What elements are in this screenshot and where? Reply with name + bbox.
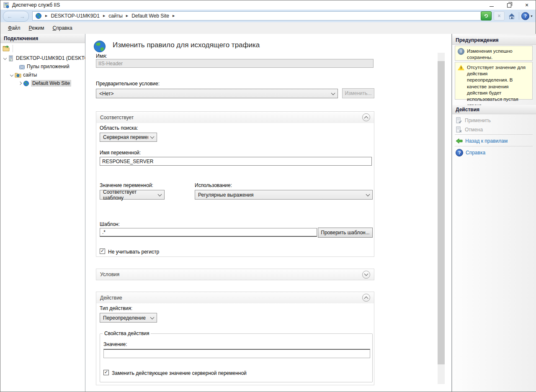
- replace-existing-label: Заменить действующее значение серверной …: [112, 370, 247, 376]
- action-section-title: Действие: [100, 295, 122, 301]
- action-value-label: Значение:: [103, 341, 127, 347]
- actions-header: Действия: [452, 105, 536, 114]
- close-button[interactable]: ×: [518, 0, 536, 10]
- connections-panel: Подключения DESKTOP-U1MK9D1 (DESKTOP: [0, 34, 85, 392]
- save-connection-icon[interactable]: [3, 45, 10, 52]
- chevron-down-icon: [150, 135, 155, 139]
- tree-item-sites[interactable]: сайты: [0, 71, 85, 79]
- warning-icon: [458, 64, 464, 71]
- pattern-label: Шаблон:: [100, 221, 120, 227]
- variable-name-label: Имя переменной:: [100, 150, 141, 156]
- scrollbar-thumb[interactable]: [438, 61, 445, 364]
- action-type-select[interactable]: Переопределение: [100, 313, 157, 323]
- action-section: Действие Тип действия: Переопределение С…: [96, 292, 374, 385]
- iis-manager-window: Диспетчер служб IIS × ← → ▶ DESKTOP-U1MK…: [0, 0, 536, 392]
- app-pools-icon: [19, 64, 25, 70]
- back-arrow-icon: [456, 138, 463, 144]
- tree-item-label: Default Web Site: [31, 80, 71, 87]
- sites-folder-icon: [15, 72, 21, 78]
- action-properties-legend: Свойства действия: [103, 331, 151, 336]
- restore-button[interactable]: [500, 0, 518, 10]
- back-to-rules-link[interactable]: Назад к правилам: [456, 138, 508, 144]
- help-link[interactable]: ? Справка: [456, 149, 485, 156]
- action-value-input[interactable]: [103, 349, 370, 358]
- test-pattern-button[interactable]: Проверить шаблон...: [318, 228, 373, 238]
- refresh-icon[interactable]: [481, 11, 492, 20]
- tree-item-default-web-site[interactable]: Default Web Site: [0, 79, 85, 87]
- pattern-input[interactable]: [100, 228, 317, 237]
- cancel-action: Отмена: [456, 126, 483, 133]
- chevron-down-icon[interactable]: [3, 56, 7, 60]
- breadcrumb-item-site[interactable]: Default Web Site: [131, 13, 169, 19]
- variable-value-select[interactable]: Соответствует шаблону: [100, 190, 165, 200]
- precondition-label: Предварительное условие:: [96, 81, 160, 87]
- help-icon: ?: [456, 149, 463, 156]
- ignore-case-checkbox[interactable]: [100, 249, 105, 254]
- expand-conditions-button[interactable]: [362, 271, 370, 279]
- conditions-section: Условия: [96, 269, 374, 280]
- apply-action: Применить: [456, 117, 491, 124]
- variable-name-input[interactable]: [100, 157, 372, 166]
- alerts-header: Предупреждения: [452, 36, 536, 45]
- scroll-down-button[interactable]: [438, 377, 445, 384]
- using-label: Использование:: [195, 182, 232, 188]
- help-menu-button[interactable]: ? ▼: [521, 12, 533, 20]
- breadcrumb-separator-icon: ▶: [103, 14, 105, 18]
- server-icon: [8, 55, 14, 61]
- edit-outbound-rule-page: Изменить правило для исходящего трафика …: [86, 34, 452, 392]
- tree-item-server[interactable]: DESKTOP-U1MK9D1 (DESKTOP: [0, 54, 85, 62]
- info-alert: i Изменения успешно сохранены.: [455, 46, 533, 61]
- breadcrumb-separator-icon: ▶: [173, 14, 175, 18]
- menu-help[interactable]: Справка: [49, 23, 77, 33]
- forward-icon[interactable]: →: [20, 13, 25, 20]
- chevron-down-icon[interactable]: [10, 73, 13, 77]
- using-select[interactable]: Регулярные выражения: [195, 190, 373, 200]
- address-bar: ← → ▶ DESKTOP-U1MK9D1 ▶ сайты ▶ Default …: [0, 10, 536, 23]
- connections-tree: DESKTOP-U1MK9D1 (DESKTOP Пулы приложений…: [0, 54, 85, 87]
- menu-bar: Файл Режим Справка: [0, 22, 536, 34]
- window-title: Диспетчер служб IIS: [12, 2, 60, 8]
- title-bar: Диспетчер служб IIS ×: [0, 0, 536, 10]
- right-panel: Предупреждения i Изменения успешно сохра…: [452, 34, 536, 392]
- replace-existing-checkbox[interactable]: [103, 370, 109, 375]
- chevron-right-icon[interactable]: [18, 82, 22, 85]
- name-label: Имя:: [96, 53, 107, 59]
- apply-icon: [456, 117, 462, 124]
- conditions-section-title: Условия: [100, 272, 119, 277]
- precondition-select[interactable]: <Нет>: [96, 89, 338, 98]
- warning-alert-text: Отсутствует значение для действия переоп…: [467, 64, 530, 97]
- iis-logo-icon: [3, 2, 10, 8]
- connections-header: Подключения: [0, 34, 85, 43]
- chevron-down-icon: [150, 315, 155, 319]
- ignore-case-label: Не учитывать регистр: [108, 249, 159, 255]
- minimize-button[interactable]: [483, 0, 500, 10]
- action-type-label: Тип действия:: [100, 305, 132, 311]
- scope-select[interactable]: Серверная переменн: [100, 133, 157, 142]
- tree-item-app-pools[interactable]: Пулы приложений: [0, 62, 85, 71]
- page-title: Изменить правило для исходящего трафика: [113, 41, 260, 49]
- main-scrollbar[interactable]: [438, 53, 445, 384]
- help-icon: ?: [521, 12, 529, 20]
- warning-alert: Отсутствует значение для действия переоп…: [455, 62, 533, 100]
- scroll-up-button[interactable]: [438, 53, 445, 60]
- collapse-match-button[interactable]: [362, 113, 370, 121]
- stop-icon: ×: [494, 11, 505, 20]
- back-icon[interactable]: ←: [7, 13, 13, 20]
- collapse-action-button[interactable]: [362, 294, 370, 302]
- chevron-up-icon: [364, 116, 368, 120]
- breadcrumb[interactable]: ▶ DESKTOP-U1MK9D1 ▶ сайты ▶ Default Web …: [32, 11, 484, 20]
- match-section: Соответствует Область поиска: Серверная …: [96, 111, 374, 257]
- site-globe-icon: [23, 80, 29, 87]
- breadcrumb-separator-icon: ▶: [45, 14, 47, 18]
- chevron-up-icon: [364, 296, 368, 300]
- info-alert-text: Изменения успешно сохранены.: [467, 48, 530, 58]
- breadcrumb-item-server[interactable]: DESKTOP-U1MK9D1: [51, 13, 99, 19]
- chevron-down-icon: [331, 91, 335, 95]
- breadcrumb-item-sites[interactable]: сайты: [108, 13, 123, 19]
- menu-view[interactable]: Режим: [25, 23, 49, 33]
- chevron-down-icon: [366, 192, 370, 196]
- menu-file[interactable]: Файл: [4, 23, 25, 33]
- chevron-down-icon: [158, 192, 162, 196]
- edit-precondition-button: Изменить...: [342, 88, 374, 98]
- home-icon[interactable]: [507, 12, 517, 20]
